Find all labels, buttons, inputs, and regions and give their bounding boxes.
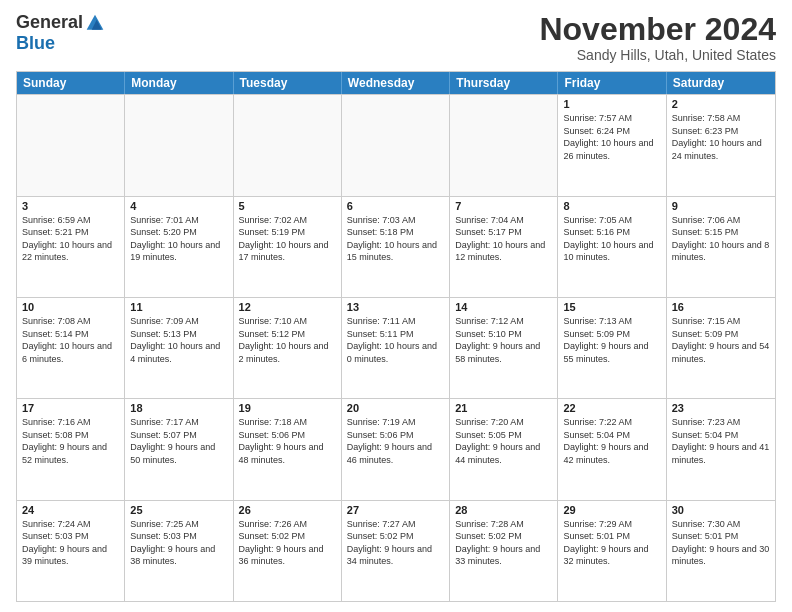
day-number: 14 <box>455 301 552 313</box>
calendar-cell: 9Sunrise: 7:06 AMSunset: 5:15 PMDaylight… <box>667 197 775 297</box>
logo-blue-text: Blue <box>16 33 55 54</box>
month-title: November 2024 <box>539 12 776 47</box>
day-info: Sunrise: 7:25 AMSunset: 5:03 PMDaylight:… <box>130 518 227 568</box>
calendar: SundayMondayTuesdayWednesdayThursdayFrid… <box>16 71 776 602</box>
day-number: 4 <box>130 200 227 212</box>
calendar-cell: 13Sunrise: 7:11 AMSunset: 5:11 PMDayligh… <box>342 298 450 398</box>
page: General Blue November 2024 Sandy Hills, … <box>0 0 792 612</box>
header: General Blue November 2024 Sandy Hills, … <box>16 12 776 63</box>
calendar-cell: 20Sunrise: 7:19 AMSunset: 5:06 PMDayligh… <box>342 399 450 499</box>
day-info: Sunrise: 6:59 AMSunset: 5:21 PMDaylight:… <box>22 214 119 264</box>
calendar-cell: 4Sunrise: 7:01 AMSunset: 5:20 PMDaylight… <box>125 197 233 297</box>
header-cell-sunday: Sunday <box>17 72 125 94</box>
day-info: Sunrise: 7:13 AMSunset: 5:09 PMDaylight:… <box>563 315 660 365</box>
day-info: Sunrise: 7:04 AMSunset: 5:17 PMDaylight:… <box>455 214 552 264</box>
day-number: 10 <box>22 301 119 313</box>
day-number: 28 <box>455 504 552 516</box>
calendar-cell: 5Sunrise: 7:02 AMSunset: 5:19 PMDaylight… <box>234 197 342 297</box>
day-info: Sunrise: 7:08 AMSunset: 5:14 PMDaylight:… <box>22 315 119 365</box>
calendar-cell <box>342 95 450 195</box>
day-info: Sunrise: 7:06 AMSunset: 5:15 PMDaylight:… <box>672 214 770 264</box>
day-number: 26 <box>239 504 336 516</box>
day-number: 25 <box>130 504 227 516</box>
header-cell-saturday: Saturday <box>667 72 775 94</box>
day-number: 29 <box>563 504 660 516</box>
calendar-cell: 22Sunrise: 7:22 AMSunset: 5:04 PMDayligh… <box>558 399 666 499</box>
header-cell-wednesday: Wednesday <box>342 72 450 94</box>
day-info: Sunrise: 7:24 AMSunset: 5:03 PMDaylight:… <box>22 518 119 568</box>
calendar-cell: 1Sunrise: 7:57 AMSunset: 6:24 PMDaylight… <box>558 95 666 195</box>
calendar-cell: 24Sunrise: 7:24 AMSunset: 5:03 PMDayligh… <box>17 501 125 601</box>
day-number: 21 <box>455 402 552 414</box>
day-number: 5 <box>239 200 336 212</box>
title-block: November 2024 Sandy Hills, Utah, United … <box>539 12 776 63</box>
calendar-cell <box>234 95 342 195</box>
calendar-cell: 15Sunrise: 7:13 AMSunset: 5:09 PMDayligh… <box>558 298 666 398</box>
day-number: 8 <box>563 200 660 212</box>
day-info: Sunrise: 7:05 AMSunset: 5:16 PMDaylight:… <box>563 214 660 264</box>
day-number: 15 <box>563 301 660 313</box>
calendar-row-2: 10Sunrise: 7:08 AMSunset: 5:14 PMDayligh… <box>17 297 775 398</box>
calendar-row-4: 24Sunrise: 7:24 AMSunset: 5:03 PMDayligh… <box>17 500 775 601</box>
location-subtitle: Sandy Hills, Utah, United States <box>539 47 776 63</box>
calendar-cell <box>450 95 558 195</box>
day-number: 18 <box>130 402 227 414</box>
day-number: 9 <box>672 200 770 212</box>
header-cell-thursday: Thursday <box>450 72 558 94</box>
day-number: 20 <box>347 402 444 414</box>
day-info: Sunrise: 7:26 AMSunset: 5:02 PMDaylight:… <box>239 518 336 568</box>
calendar-cell: 19Sunrise: 7:18 AMSunset: 5:06 PMDayligh… <box>234 399 342 499</box>
calendar-cell: 18Sunrise: 7:17 AMSunset: 5:07 PMDayligh… <box>125 399 233 499</box>
calendar-row-0: 1Sunrise: 7:57 AMSunset: 6:24 PMDaylight… <box>17 94 775 195</box>
day-number: 22 <box>563 402 660 414</box>
day-info: Sunrise: 7:02 AMSunset: 5:19 PMDaylight:… <box>239 214 336 264</box>
calendar-cell: 28Sunrise: 7:28 AMSunset: 5:02 PMDayligh… <box>450 501 558 601</box>
day-info: Sunrise: 7:09 AMSunset: 5:13 PMDaylight:… <box>130 315 227 365</box>
day-info: Sunrise: 7:30 AMSunset: 5:01 PMDaylight:… <box>672 518 770 568</box>
logo-icon <box>85 13 105 33</box>
day-info: Sunrise: 7:10 AMSunset: 5:12 PMDaylight:… <box>239 315 336 365</box>
day-number: 1 <box>563 98 660 110</box>
day-info: Sunrise: 7:57 AMSunset: 6:24 PMDaylight:… <box>563 112 660 162</box>
calendar-cell: 17Sunrise: 7:16 AMSunset: 5:08 PMDayligh… <box>17 399 125 499</box>
calendar-cell: 16Sunrise: 7:15 AMSunset: 5:09 PMDayligh… <box>667 298 775 398</box>
calendar-body: 1Sunrise: 7:57 AMSunset: 6:24 PMDaylight… <box>17 94 775 601</box>
day-number: 30 <box>672 504 770 516</box>
calendar-cell: 10Sunrise: 7:08 AMSunset: 5:14 PMDayligh… <box>17 298 125 398</box>
day-info: Sunrise: 7:23 AMSunset: 5:04 PMDaylight:… <box>672 416 770 466</box>
day-info: Sunrise: 7:03 AMSunset: 5:18 PMDaylight:… <box>347 214 444 264</box>
calendar-row-1: 3Sunrise: 6:59 AMSunset: 5:21 PMDaylight… <box>17 196 775 297</box>
day-info: Sunrise: 7:20 AMSunset: 5:05 PMDaylight:… <box>455 416 552 466</box>
day-number: 2 <box>672 98 770 110</box>
day-number: 11 <box>130 301 227 313</box>
calendar-cell: 30Sunrise: 7:30 AMSunset: 5:01 PMDayligh… <box>667 501 775 601</box>
calendar-cell: 26Sunrise: 7:26 AMSunset: 5:02 PMDayligh… <box>234 501 342 601</box>
day-number: 3 <box>22 200 119 212</box>
day-number: 23 <box>672 402 770 414</box>
calendar-cell: 2Sunrise: 7:58 AMSunset: 6:23 PMDaylight… <box>667 95 775 195</box>
day-number: 7 <box>455 200 552 212</box>
calendar-cell: 11Sunrise: 7:09 AMSunset: 5:13 PMDayligh… <box>125 298 233 398</box>
calendar-cell: 8Sunrise: 7:05 AMSunset: 5:16 PMDaylight… <box>558 197 666 297</box>
day-info: Sunrise: 7:58 AMSunset: 6:23 PMDaylight:… <box>672 112 770 162</box>
logo: General Blue <box>16 12 105 54</box>
calendar-cell: 27Sunrise: 7:27 AMSunset: 5:02 PMDayligh… <box>342 501 450 601</box>
day-info: Sunrise: 7:22 AMSunset: 5:04 PMDaylight:… <box>563 416 660 466</box>
day-info: Sunrise: 7:16 AMSunset: 5:08 PMDaylight:… <box>22 416 119 466</box>
calendar-cell: 3Sunrise: 6:59 AMSunset: 5:21 PMDaylight… <box>17 197 125 297</box>
day-info: Sunrise: 7:27 AMSunset: 5:02 PMDaylight:… <box>347 518 444 568</box>
day-number: 17 <box>22 402 119 414</box>
calendar-cell: 29Sunrise: 7:29 AMSunset: 5:01 PMDayligh… <box>558 501 666 601</box>
logo-general-text: General <box>16 12 83 33</box>
day-number: 19 <box>239 402 336 414</box>
day-info: Sunrise: 7:28 AMSunset: 5:02 PMDaylight:… <box>455 518 552 568</box>
header-cell-tuesday: Tuesday <box>234 72 342 94</box>
day-info: Sunrise: 7:17 AMSunset: 5:07 PMDaylight:… <box>130 416 227 466</box>
day-info: Sunrise: 7:19 AMSunset: 5:06 PMDaylight:… <box>347 416 444 466</box>
calendar-cell: 14Sunrise: 7:12 AMSunset: 5:10 PMDayligh… <box>450 298 558 398</box>
day-info: Sunrise: 7:29 AMSunset: 5:01 PMDaylight:… <box>563 518 660 568</box>
calendar-cell: 7Sunrise: 7:04 AMSunset: 5:17 PMDaylight… <box>450 197 558 297</box>
calendar-row-3: 17Sunrise: 7:16 AMSunset: 5:08 PMDayligh… <box>17 398 775 499</box>
calendar-cell: 21Sunrise: 7:20 AMSunset: 5:05 PMDayligh… <box>450 399 558 499</box>
day-info: Sunrise: 7:01 AMSunset: 5:20 PMDaylight:… <box>130 214 227 264</box>
